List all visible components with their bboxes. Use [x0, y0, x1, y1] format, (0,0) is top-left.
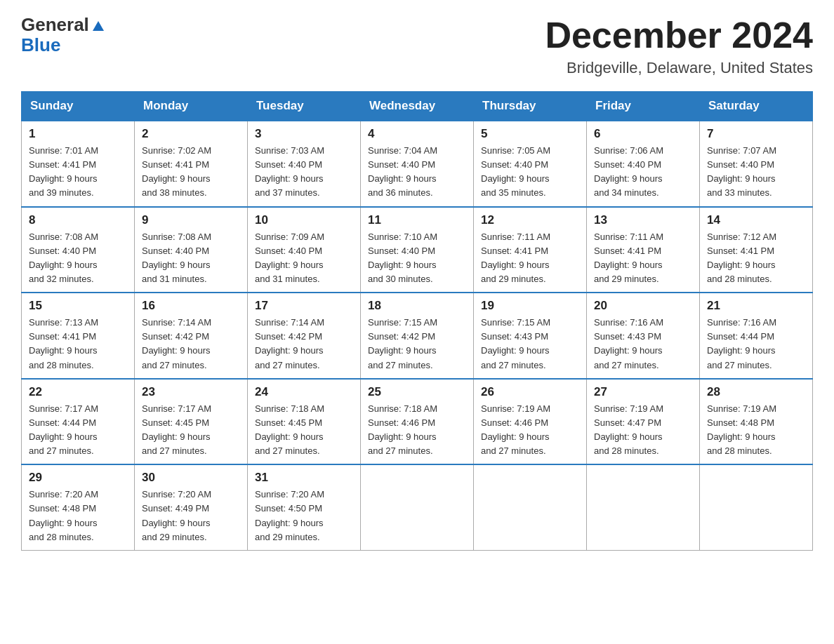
day-number: 17 [255, 299, 353, 313]
calendar-cell: 19 Sunrise: 7:15 AMSunset: 4:43 PMDaylig… [474, 293, 587, 379]
day-number: 11 [368, 213, 466, 227]
day-info: Sunrise: 7:14 AMSunset: 4:42 PMDaylight:… [142, 317, 211, 370]
calendar-cell: 25 Sunrise: 7:18 AMSunset: 4:46 PMDaylig… [361, 379, 474, 465]
day-info: Sunrise: 7:17 AMSunset: 4:45 PMDaylight:… [142, 403, 211, 456]
calendar-cell: 4 Sunrise: 7:04 AMSunset: 4:40 PMDayligh… [361, 121, 474, 207]
day-number: 23 [142, 385, 240, 399]
calendar-week-2: 8 Sunrise: 7:08 AMSunset: 4:40 PMDayligh… [22, 207, 813, 293]
calendar-cell: 14 Sunrise: 7:12 AMSunset: 4:41 PMDaylig… [700, 207, 813, 293]
day-number: 28 [707, 385, 805, 399]
day-info: Sunrise: 7:17 AMSunset: 4:44 PMDaylight:… [29, 403, 98, 456]
day-number: 31 [255, 471, 353, 485]
calendar-week-4: 22 Sunrise: 7:17 AMSunset: 4:44 PMDaylig… [22, 379, 813, 465]
day-number: 3 [255, 127, 353, 141]
title-block: December 2024 Bridgeville, Delaware, Uni… [545, 14, 813, 77]
calendar-header-saturday: Saturday [700, 92, 813, 121]
logo-triangle-icon [92, 20, 105, 32]
day-number: 24 [255, 385, 353, 399]
calendar-week-5: 29 Sunrise: 7:20 AMSunset: 4:48 PMDaylig… [22, 464, 813, 550]
calendar-header-thursday: Thursday [474, 92, 587, 121]
calendar-cell: 6 Sunrise: 7:06 AMSunset: 4:40 PMDayligh… [587, 121, 700, 207]
day-info: Sunrise: 7:03 AMSunset: 4:40 PMDaylight:… [255, 145, 324, 198]
calendar-cell: 29 Sunrise: 7:20 AMSunset: 4:48 PMDaylig… [22, 464, 135, 550]
calendar-cell: 24 Sunrise: 7:18 AMSunset: 4:45 PMDaylig… [248, 379, 361, 465]
day-number: 1 [29, 127, 127, 141]
day-info: Sunrise: 7:16 AMSunset: 4:43 PMDaylight:… [594, 317, 663, 370]
calendar-cell: 12 Sunrise: 7:11 AMSunset: 4:41 PMDaylig… [474, 207, 587, 293]
day-number: 19 [481, 299, 579, 313]
day-info: Sunrise: 7:11 AMSunset: 4:41 PMDaylight:… [594, 232, 663, 284]
calendar-cell: 26 Sunrise: 7:19 AMSunset: 4:46 PMDaylig… [474, 379, 587, 465]
calendar-cell: 2 Sunrise: 7:02 AMSunset: 4:41 PMDayligh… [135, 121, 248, 207]
day-number: 22 [29, 385, 127, 399]
calendar-week-3: 15 Sunrise: 7:13 AMSunset: 4:41 PMDaylig… [22, 293, 813, 379]
day-number: 29 [29, 471, 127, 485]
day-number: 26 [481, 385, 579, 399]
day-info: Sunrise: 7:05 AMSunset: 4:40 PMDaylight:… [481, 145, 550, 198]
day-number: 7 [707, 127, 805, 141]
day-info: Sunrise: 7:08 AMSunset: 4:40 PMDaylight:… [142, 232, 211, 284]
day-number: 10 [255, 213, 353, 227]
calendar-cell: 30 Sunrise: 7:20 AMSunset: 4:49 PMDaylig… [135, 464, 248, 550]
calendar-cell: 9 Sunrise: 7:08 AMSunset: 4:40 PMDayligh… [135, 207, 248, 293]
calendar-cell [474, 464, 587, 550]
calendar-cell: 27 Sunrise: 7:19 AMSunset: 4:47 PMDaylig… [587, 379, 700, 465]
day-info: Sunrise: 7:19 AMSunset: 4:46 PMDaylight:… [481, 403, 550, 456]
day-info: Sunrise: 7:13 AMSunset: 4:41 PMDaylight:… [29, 317, 98, 370]
calendar-cell: 23 Sunrise: 7:17 AMSunset: 4:45 PMDaylig… [135, 379, 248, 465]
calendar-cell: 11 Sunrise: 7:10 AMSunset: 4:40 PMDaylig… [361, 207, 474, 293]
day-info: Sunrise: 7:06 AMSunset: 4:40 PMDaylight:… [594, 145, 663, 198]
day-info: Sunrise: 7:15 AMSunset: 4:42 PMDaylight:… [368, 317, 437, 370]
day-info: Sunrise: 7:02 AMSunset: 4:41 PMDaylight:… [142, 145, 211, 198]
day-info: Sunrise: 7:10 AMSunset: 4:40 PMDaylight:… [368, 232, 437, 284]
calendar-cell: 13 Sunrise: 7:11 AMSunset: 4:41 PMDaylig… [587, 207, 700, 293]
day-info: Sunrise: 7:01 AMSunset: 4:41 PMDaylight:… [29, 145, 98, 198]
day-number: 9 [142, 213, 240, 227]
day-info: Sunrise: 7:12 AMSunset: 4:41 PMDaylight:… [707, 232, 776, 284]
day-number: 2 [142, 127, 240, 141]
logo-blue-text: Blue [21, 34, 60, 56]
logo-general: General [21, 14, 89, 36]
month-title: December 2024 [545, 14, 813, 56]
day-number: 8 [29, 213, 127, 227]
day-number: 30 [142, 471, 240, 485]
day-number: 27 [594, 385, 692, 399]
calendar-cell: 22 Sunrise: 7:17 AMSunset: 4:44 PMDaylig… [22, 379, 135, 465]
day-info: Sunrise: 7:11 AMSunset: 4:41 PMDaylight:… [481, 232, 550, 284]
calendar-cell: 16 Sunrise: 7:14 AMSunset: 4:42 PMDaylig… [135, 293, 248, 379]
day-info: Sunrise: 7:04 AMSunset: 4:40 PMDaylight:… [368, 145, 437, 198]
day-info: Sunrise: 7:08 AMSunset: 4:40 PMDaylight:… [29, 232, 98, 284]
day-info: Sunrise: 7:20 AMSunset: 4:50 PMDaylight:… [255, 489, 324, 542]
calendar-cell: 20 Sunrise: 7:16 AMSunset: 4:43 PMDaylig… [587, 293, 700, 379]
calendar-cell: 31 Sunrise: 7:20 AMSunset: 4:50 PMDaylig… [248, 464, 361, 550]
day-number: 16 [142, 299, 240, 313]
svg-marker-0 [93, 21, 104, 31]
calendar-header-row: SundayMondayTuesdayWednesdayThursdayFrid… [22, 92, 813, 121]
day-number: 5 [481, 127, 579, 141]
day-info: Sunrise: 7:15 AMSunset: 4:43 PMDaylight:… [481, 317, 550, 370]
day-info: Sunrise: 7:09 AMSunset: 4:40 PMDaylight:… [255, 232, 324, 284]
day-number: 15 [29, 299, 127, 313]
logo-text: General [21, 14, 105, 36]
day-number: 20 [594, 299, 692, 313]
day-info: Sunrise: 7:14 AMSunset: 4:42 PMDaylight:… [255, 317, 324, 370]
calendar-cell: 8 Sunrise: 7:08 AMSunset: 4:40 PMDayligh… [22, 207, 135, 293]
day-number: 13 [594, 213, 692, 227]
calendar-cell [700, 464, 813, 550]
location-title: Bridgeville, Delaware, United States [545, 59, 813, 77]
calendar-cell [361, 464, 474, 550]
day-number: 18 [368, 299, 466, 313]
calendar-cell [587, 464, 700, 550]
calendar-header-monday: Monday [135, 92, 248, 121]
calendar-header-friday: Friday [587, 92, 700, 121]
calendar-cell: 10 Sunrise: 7:09 AMSunset: 4:40 PMDaylig… [248, 207, 361, 293]
day-info: Sunrise: 7:20 AMSunset: 4:48 PMDaylight:… [29, 489, 98, 542]
calendar-table: SundayMondayTuesdayWednesdayThursdayFrid… [21, 91, 813, 551]
day-number: 12 [481, 213, 579, 227]
calendar-week-1: 1 Sunrise: 7:01 AMSunset: 4:41 PMDayligh… [22, 121, 813, 207]
day-info: Sunrise: 7:19 AMSunset: 4:47 PMDaylight:… [594, 403, 663, 456]
day-number: 21 [707, 299, 805, 313]
day-info: Sunrise: 7:18 AMSunset: 4:46 PMDaylight:… [368, 403, 437, 456]
page-header: General Blue December 2024 Bridgeville, … [21, 14, 813, 77]
day-number: 6 [594, 127, 692, 141]
